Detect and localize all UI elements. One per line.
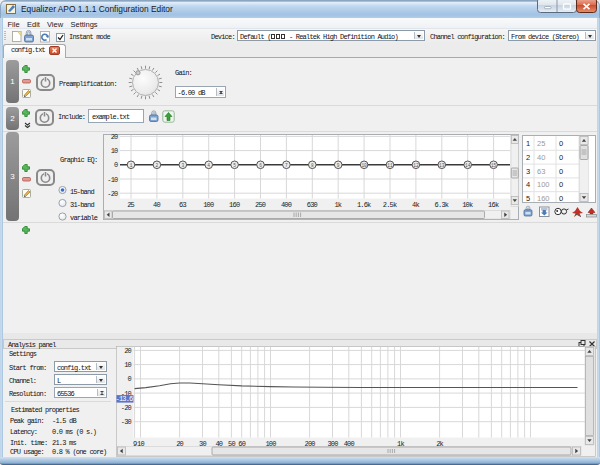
- svg-text:15: 15: [491, 163, 497, 168]
- svg-text:6.3k: 6.3k: [435, 201, 449, 209]
- svg-text:13: 13: [439, 163, 445, 168]
- svg-text:0: 0: [559, 194, 563, 203]
- svg-text:6: 6: [259, 163, 262, 168]
- svg-text:1: 1: [526, 139, 530, 148]
- svg-text:2: 2: [156, 163, 159, 168]
- svg-text:40: 40: [153, 201, 160, 209]
- svg-text:250: 250: [255, 201, 266, 209]
- svg-text:63: 63: [179, 201, 186, 209]
- svg-text:63: 63: [537, 167, 545, 176]
- svg-text:0: 0: [559, 153, 563, 162]
- svg-text:630: 630: [307, 201, 318, 209]
- svg-text:5: 5: [526, 194, 530, 203]
- svg-text:100: 100: [537, 180, 550, 189]
- svg-text:4: 4: [526, 180, 530, 189]
- svg-text:2: 2: [526, 153, 530, 162]
- svg-text:8: 8: [311, 163, 314, 168]
- svg-text:-13.6: -13.6: [116, 395, 133, 403]
- svg-text:160: 160: [537, 194, 550, 203]
- svg-text:16k: 16k: [488, 201, 499, 209]
- svg-text:3: 3: [181, 163, 184, 168]
- svg-text:0: 0: [559, 167, 563, 176]
- svg-text:-30: -30: [121, 418, 132, 426]
- svg-text:10: 10: [124, 361, 131, 369]
- svg-text:100: 100: [203, 201, 214, 209]
- svg-text:1.6k: 1.6k: [357, 201, 371, 209]
- svg-text:0: 0: [559, 180, 563, 189]
- svg-text:10k: 10k: [462, 201, 473, 209]
- svg-text:0: 0: [559, 139, 563, 148]
- svg-text:20: 20: [111, 134, 118, 141]
- svg-text:5: 5: [233, 163, 236, 168]
- svg-text:400: 400: [281, 201, 292, 209]
- svg-text:2.5k: 2.5k: [383, 201, 397, 209]
- svg-text:0: 0: [114, 161, 118, 169]
- svg-text:-10: -10: [107, 176, 118, 184]
- svg-text:-20: -20: [107, 190, 118, 198]
- svg-text:14: 14: [465, 163, 471, 168]
- svg-text:-20: -20: [121, 404, 132, 412]
- svg-text:4k: 4k: [412, 201, 419, 209]
- svg-text:9: 9: [337, 163, 340, 168]
- svg-text:40: 40: [537, 153, 545, 162]
- svg-text:20: 20: [124, 347, 131, 355]
- svg-text:4: 4: [207, 163, 210, 168]
- svg-text:12: 12: [413, 163, 419, 168]
- svg-text:25: 25: [127, 201, 134, 209]
- svg-text:3: 3: [526, 167, 530, 176]
- svg-text:0: 0: [128, 375, 132, 383]
- svg-text:25: 25: [537, 139, 545, 148]
- svg-text:7: 7: [285, 163, 288, 168]
- svg-text:1: 1: [130, 163, 133, 168]
- svg-text:10: 10: [361, 163, 367, 168]
- svg-text:1k: 1k: [334, 201, 341, 209]
- svg-text:10: 10: [111, 147, 118, 155]
- svg-text:11: 11: [387, 163, 393, 168]
- svg-text:160: 160: [229, 201, 240, 209]
